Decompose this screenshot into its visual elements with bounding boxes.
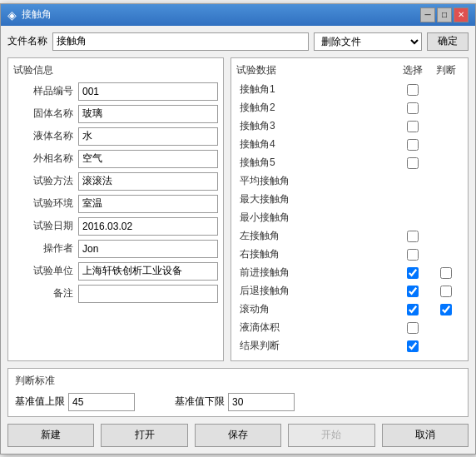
save-button[interactable]: 保存 [195,424,281,447]
label-test-env: 试验环境 [17,196,73,211]
check-contact3-select [396,121,429,132]
field-test-method: 试验方法 [13,172,218,191]
judge-section-title: 判断标准 [15,374,461,388]
right-panel: 试验数据 选择 判断 接触角1 接触角2 接触角 [231,57,469,361]
checkbox-right-select[interactable] [407,249,419,261]
data-row-volume: 液滴体积 [236,319,463,337]
label-contact3: 接触角3 [236,119,396,133]
data-row-right: 右接触角 [236,246,463,264]
label-contact5: 接触角5 [236,156,396,170]
checkbox-contact5-select[interactable] [407,157,419,169]
data-col-judge: 判断 [429,63,463,77]
data-row-recede: 后退接触角 [236,282,463,301]
file-input[interactable] [52,32,309,51]
start-button[interactable]: 开始 [288,424,374,447]
checkbox-contact3-select[interactable] [407,121,419,132]
label-note: 备注 [17,286,73,301]
checkbox-recede-select[interactable] [407,286,419,297]
label-avg: 平均接触角 [236,174,396,188]
checkbox-left-select[interactable] [407,231,419,242]
data-header-title: 试验数据 [236,63,396,77]
judge-upper-label: 基准值上限 [15,395,65,409]
field-sample-no: 样品编号 [13,82,218,101]
input-test-unit[interactable] [78,262,218,281]
field-liquid-name: 液体名称 [13,127,218,146]
checkbox-contact4-select[interactable] [407,139,419,151]
data-header: 试验数据 选择 判断 [236,63,463,77]
field-solid-name: 固体名称 [13,105,218,123]
data-row-result: 结果判断 [236,337,463,355]
judge-lower-input[interactable] [228,393,295,411]
judge-upper-input[interactable] [68,393,135,411]
label-contact2: 接触角2 [236,101,396,115]
label-roll: 滚动角 [236,302,396,316]
input-sample-no[interactable] [78,82,218,101]
label-volume: 液滴体积 [236,320,396,335]
left-panel: 试验信息 样品编号 固体名称 液体名称 外相名称 [7,57,224,361]
close-button[interactable]: ✕ [454,7,469,22]
input-solid-name[interactable] [78,105,218,123]
checkbox-volume-select[interactable] [407,322,419,334]
open-button[interactable]: 打开 [101,424,187,447]
checkbox-advance-judge[interactable] [440,267,452,279]
input-note[interactable] [78,285,218,303]
new-button[interactable]: 新建 [7,424,94,447]
field-note: 备注 [13,285,218,303]
label-test-unit: 试验单位 [17,264,73,278]
field-test-env: 试验环境 [13,195,218,213]
checkbox-roll-judge[interactable] [440,304,452,315]
field-test-unit: 试验单位 [13,262,218,281]
label-test-date: 试验日期 [17,219,73,233]
field-operator: 操作者 [13,240,218,258]
input-operator[interactable] [78,240,218,258]
label-test-method: 试验方法 [17,174,73,188]
maximize-button[interactable]: □ [437,7,452,22]
data-row-avg: 平均接触角 [236,172,463,191]
cancel-button[interactable]: 取消 [382,424,469,447]
data-row-contact2: 接触角2 [236,99,463,117]
check-roll-judge [429,304,463,315]
data-row-contact5: 接触角5 [236,154,463,172]
checkbox-advance-select[interactable] [407,267,419,279]
check-result-select [396,340,429,352]
label-right: 右接触角 [236,247,396,261]
minimize-button[interactable]: ─ [420,7,435,22]
field-test-date: 试验日期 [13,217,218,236]
confirm-button[interactable]: 确定 [427,32,469,51]
data-row-contact1: 接触角1 [236,81,463,99]
window-icon: ◈ [7,8,17,22]
label-contact1: 接触角1 [236,82,396,97]
judge-lower-label: 基准值下限 [175,395,225,409]
data-row-advance: 前进接触角 [236,264,463,282]
field-external-phase: 外相名称 [13,150,218,168]
checkbox-result-select[interactable] [407,340,419,352]
check-contact5-select [396,157,429,169]
checkbox-roll-select[interactable] [407,304,419,315]
bottom-bar: 新建 打开 保存 开始 取消 [7,424,469,447]
check-recede-select [396,286,429,297]
input-test-env[interactable] [78,195,218,213]
input-external-phase[interactable] [78,150,218,168]
checkbox-contact2-select[interactable] [407,102,419,114]
judge-upper-item: 基准值上限 [15,393,135,411]
main-content: 试验信息 样品编号 固体名称 液体名称 外相名称 [7,57,469,361]
label-operator: 操作者 [17,241,73,256]
check-advance-judge [429,267,463,279]
delete-select[interactable]: 删除文件 [314,32,422,51]
label-recede: 后退接触角 [236,284,396,298]
data-row-min: 最小接触角 [236,209,463,227]
file-label: 文件名称 [7,34,47,48]
checkbox-contact1-select[interactable] [407,84,419,96]
input-test-date[interactable] [78,217,218,236]
label-left: 左接触角 [236,229,396,243]
data-row-max: 最大接触角 [236,191,463,209]
check-volume-select [396,322,429,334]
check-contact1-select [396,84,429,96]
checkbox-recede-judge[interactable] [440,286,452,297]
input-liquid-name[interactable] [78,127,218,146]
check-roll-select [396,304,429,315]
judge-section: 判断标准 基准值上限 基准值下限 [7,368,469,417]
check-left-select [396,231,429,242]
input-test-method[interactable] [78,172,218,191]
window-body: 文件名称 删除文件 确定 试验信息 样品编号 固体名称 液 [1,26,475,454]
